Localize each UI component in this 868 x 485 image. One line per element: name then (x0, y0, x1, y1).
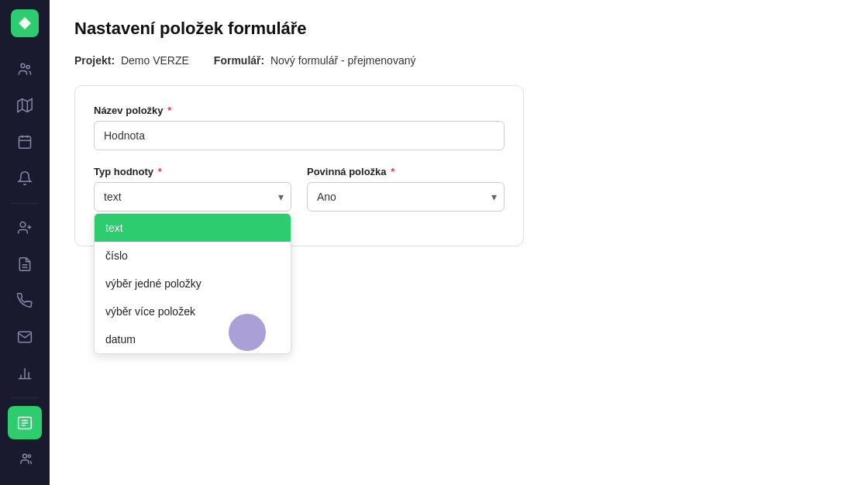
type-label: Typ hodnoty * (94, 166, 291, 177)
sidebar-item-document[interactable] (8, 248, 42, 281)
project-value: Demo VERZE (121, 54, 189, 67)
sidebar-item-mail[interactable] (8, 320, 42, 353)
dropdown-option-cislo[interactable]: číslo (95, 242, 291, 270)
form-label: Formulář: (214, 54, 264, 67)
type-select-value: text (104, 191, 122, 203)
svg-point-24 (23, 455, 27, 459)
type-select-wrapper: text ▾ text číslo výběr jedné položky vý… (94, 182, 291, 212)
type-field-group: Typ hodnoty * text ▾ text číslo výběr je… (94, 166, 291, 212)
required-label: Povinná položka * (307, 166, 505, 177)
sidebar-divider-2 (11, 397, 39, 398)
dropdown-option-single[interactable]: výběr jedné položky (95, 270, 291, 298)
name-input[interactable] (94, 121, 505, 150)
name-required-marker: * (167, 105, 171, 116)
svg-point-3 (26, 66, 29, 69)
form-meta: Formulář: Nový formulář - přejmenovaný (214, 54, 416, 67)
form-value: Nový formulář - přejmenovaný (270, 54, 416, 67)
required-select-value: Ano (317, 191, 336, 203)
svg-rect-7 (19, 137, 31, 149)
svg-point-2 (21, 64, 25, 68)
required-field-group: Povinná položka * Ano ▾ (307, 166, 505, 212)
required-required-marker: * (391, 166, 394, 177)
required-select-wrapper: Ano ▾ (307, 182, 505, 212)
sidebar-item-phone[interactable] (8, 284, 42, 317)
sidebar-item-people[interactable] (8, 53, 42, 86)
sidebar-item-settings-users[interactable] (8, 442, 42, 476)
type-dropdown-menu: text číslo výběr jedné položky výběr víc… (94, 213, 291, 354)
sidebar-item-map[interactable] (8, 89, 42, 122)
dropdown-option-datum[interactable]: datum (95, 325, 291, 353)
type-select[interactable]: text ▾ (94, 182, 291, 212)
name-field-group: Název položky * (94, 105, 505, 150)
type-required-row: Typ hodnoty * text ▾ text číslo výběr je… (94, 166, 505, 227)
svg-point-1 (22, 20, 28, 26)
sidebar-item-bell[interactable] (8, 162, 42, 195)
sidebar-item-chart[interactable] (8, 356, 42, 390)
sidebar-item-calendar[interactable] (8, 126, 42, 159)
page-title: Nastavení položek formuláře (74, 19, 843, 39)
app-logo[interactable] (11, 9, 39, 37)
required-select[interactable]: Ano ▾ (307, 182, 505, 212)
svg-point-11 (20, 222, 26, 228)
meta-row: Projekt: Demo VERZE Formulář: Nový formu… (74, 54, 843, 67)
required-chevron-icon: ▾ (491, 191, 497, 203)
sidebar-item-user-plus[interactable] (8, 212, 42, 245)
dropdown-option-multi[interactable]: výběr více položek (95, 298, 291, 325)
sidebar-divider-1 (11, 203, 39, 204)
form-card: Název položky * Typ hodnoty * text ▾ (74, 85, 524, 246)
project-meta: Projekt: Demo VERZE (74, 54, 189, 67)
project-label: Projekt: (74, 54, 115, 67)
svg-marker-4 (18, 99, 32, 112)
type-required-marker: * (158, 166, 162, 177)
svg-point-25 (28, 455, 30, 457)
sidebar (0, 0, 50, 485)
dropdown-option-text[interactable]: text (95, 214, 291, 242)
name-label: Název položky * (94, 105, 505, 116)
main-content: Nastavení položek formuláře Projekt: Dem… (50, 0, 868, 485)
type-chevron-icon: ▾ (278, 191, 284, 203)
sidebar-item-forms[interactable] (8, 406, 42, 439)
